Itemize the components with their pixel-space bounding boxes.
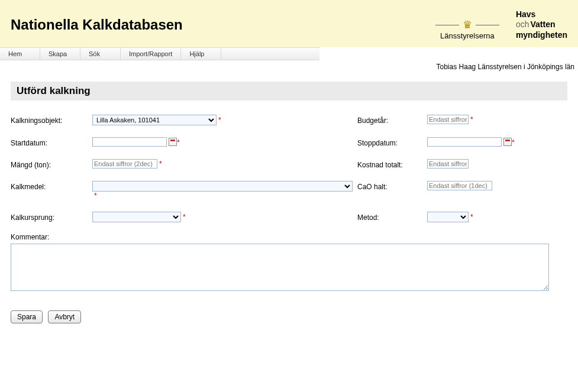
required-mark: * [218, 116, 221, 124]
calendar-icon[interactable] [503, 138, 512, 146]
content: Utförd kalkning Kalkningsobjekt: Lilla A… [0, 71, 578, 334]
menubar: Hem Skapa Sök Import/Rapport Hjälp [0, 47, 319, 60]
label-budgetar: Budgetår: [357, 115, 422, 125]
label-kommentar: Kommentar: [11, 233, 567, 241]
required-mark: * [177, 138, 180, 147]
kalkningsobjekt-select[interactable]: Lilla Askaken, 101041 [92, 115, 217, 125]
required-mark: * [470, 213, 473, 221]
label-metod: Metod: [357, 212, 422, 222]
label-stoppdatum: Stoppdatum: [357, 137, 422, 147]
calendar-icon[interactable] [169, 138, 177, 146]
startdatum-input[interactable] [92, 137, 167, 147]
mangd-input[interactable] [92, 159, 157, 169]
label-cao: CaO halt: [357, 181, 422, 191]
logo-lansstyrelserna: ♛ Länsstyrelserna [435, 18, 499, 40]
section-title: Utförd kalkning [11, 82, 567, 101]
avbryt-button[interactable]: Avbryt [48, 310, 81, 323]
header: Nationella Kalkdatabasen ♛ Länsstyrelser… [0, 0, 578, 47]
required-mark: * [159, 160, 162, 168]
menu-hem[interactable]: Hem [0, 48, 40, 60]
label-kalkmedel: Kalkmedel: [11, 181, 88, 191]
metod-select[interactable] [427, 212, 469, 222]
required-mark: * [183, 213, 186, 221]
label-startdatum: Startdatum: [11, 137, 88, 147]
app-title: Nationella Kalkdatabasen [11, 17, 183, 33]
cao-input[interactable] [427, 181, 492, 190]
user-info: Tobias Haag Länsstyrelsen i Jönköpings l… [0, 60, 578, 71]
required-mark: * [470, 115, 473, 124]
menu-skapa[interactable]: Skapa [40, 48, 80, 60]
logo-havsvatten: Havs ochVatten myndigheten [516, 9, 567, 41]
label-kalkursprung: Kalkursprung: [11, 212, 88, 222]
kalkmedel-select[interactable] [92, 181, 353, 192]
menu-sok[interactable]: Sök [80, 48, 121, 60]
spara-button[interactable]: Spara [11, 310, 43, 323]
label-mangd: Mängd (ton): [11, 159, 88, 169]
button-row: Spara Avbryt [11, 310, 567, 323]
label-kalkningsobjekt: Kalkningsobjekt: [11, 115, 88, 125]
kommentar-row: Kommentar: [11, 233, 567, 293]
crown-icon: ♛ [463, 18, 472, 31]
logo-lans-text: Länsstyrelserna [435, 31, 499, 40]
header-logos: ♛ Länsstyrelserna Havs ochVatten myndigh… [435, 9, 567, 41]
kommentar-textarea[interactable] [11, 244, 549, 291]
required-mark: * [94, 192, 97, 200]
kostnad-input[interactable] [427, 159, 469, 169]
stoppdatum-input[interactable] [427, 137, 502, 147]
kalkursprung-select[interactable] [92, 212, 181, 222]
menu-hjalp[interactable]: Hjälp [181, 48, 221, 60]
required-mark: * [512, 138, 515, 147]
form-grid: Kalkningsobjekt: Lilla Askaken, 101041 *… [11, 115, 567, 222]
budgetar-input[interactable] [427, 115, 469, 124]
label-kostnad: Kostnad totalt: [357, 159, 422, 169]
menu-import-rapport[interactable]: Import/Rapport [121, 48, 181, 60]
